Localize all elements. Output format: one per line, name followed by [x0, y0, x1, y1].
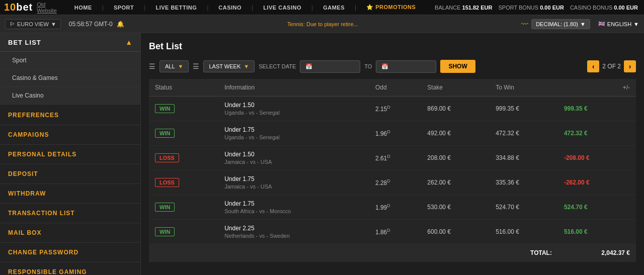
- bet-name: Under 1.50: [224, 102, 363, 109]
- top-navbar: 10bet Old Website HOME | SPORT | LIVE BE…: [0, 0, 644, 15]
- status-badge: WIN: [155, 129, 175, 138]
- odd-value: 1.96: [375, 130, 387, 137]
- info-cell: Under 1.75 Uganda - vs - Senegal: [218, 121, 369, 146]
- status-badge: LOSS: [155, 178, 179, 187]
- sidebar-item-preferences[interactable]: PREFERENCES: [0, 106, 140, 125]
- all-filter-label: ALL: [165, 63, 175, 69]
- towin-cell: 516.00 €: [490, 220, 558, 244]
- date-from-input[interactable]: 📅: [300, 60, 360, 73]
- nav-promotions[interactable]: ⭐ PROMOTIONS: [366, 4, 416, 11]
- sidebar-item-responsible-gaming[interactable]: RESPONSIBLE GAMING: [0, 262, 140, 275]
- status-cell: LOSS: [149, 146, 218, 170]
- plusminus-cell: -262.00 €: [558, 170, 636, 195]
- nav-home[interactable]: HOME: [74, 5, 92, 11]
- stake-cell: 262.00 €: [421, 170, 490, 195]
- plusminus-cell: 472.32 €: [558, 121, 636, 146]
- main-layout: BET LIST ▲ Sport Casino & Games Live Cas…: [0, 33, 644, 275]
- towin-cell: 334.88 €: [490, 146, 558, 170]
- sidebar-item-change-password[interactable]: CHANGE PASSWORD: [0, 243, 140, 262]
- euro-view-selector[interactable]: 🏳 EURO VIEW ▼: [5, 19, 61, 29]
- stake-value: 208.00 €: [427, 154, 451, 161]
- sidebar-header: BET LIST ▲: [0, 33, 140, 52]
- total-row: TOTAL: 2,042.37 €: [149, 244, 636, 262]
- sidebar-item-deposit[interactable]: DEPOSIT: [0, 164, 140, 184]
- sidebar-item-transaction-list[interactable]: TRANSACTION LIST: [0, 204, 140, 223]
- sidebar: BET LIST ▲ Sport Casino & Games Live Cas…: [0, 33, 141, 275]
- logo: 10bet: [4, 2, 33, 13]
- old-website-link[interactable]: Old Website: [37, 2, 57, 14]
- bet-table: Status Information Odd Stake To Win +/- …: [149, 79, 636, 262]
- odd-cell: 1.96D: [369, 121, 421, 146]
- odd-value: 1.86: [375, 229, 387, 236]
- date-to-input[interactable]: 📅: [376, 60, 436, 73]
- euro-view-label: EURO VIEW: [17, 21, 49, 27]
- nav-live-casino[interactable]: LIVE CASINO: [263, 5, 301, 11]
- filter-bar: ☰ ALL ▼ ☰ LAST WEEK ▼ SELECT DATE 📅 TO 📅…: [149, 60, 636, 73]
- col-information: Information: [218, 79, 369, 97]
- plusminus-cell: 516.00 €: [558, 220, 636, 244]
- odd-sup: D: [387, 129, 390, 134]
- sidebar-item-mail-box[interactable]: MAIL BOX: [0, 223, 140, 243]
- sidebar-item-withdraw[interactable]: WITHDRAW: [0, 184, 140, 204]
- sidebar-item-live-casino[interactable]: Live Casino: [0, 87, 140, 105]
- bell-icon[interactable]: 🔔: [117, 21, 124, 28]
- sidebar-item-casino-games[interactable]: Casino & Games: [0, 69, 140, 87]
- nav-live-betting[interactable]: LIVE BETTING: [155, 5, 197, 11]
- odd-sup: D: [387, 154, 390, 159]
- towin-value: 472.32 €: [496, 130, 519, 137]
- match-info: Jamaica - vs - USA: [224, 159, 363, 165]
- info-cell: Under 1.50 Jamaica - vs - USA: [218, 146, 369, 170]
- towin-value: 334.88 €: [496, 154, 519, 161]
- stake-cell: 492.00 €: [421, 121, 490, 146]
- towin-value: 524.70 €: [496, 204, 519, 211]
- odd-sup: D: [387, 105, 390, 110]
- nav-games[interactable]: GAMES: [323, 5, 345, 11]
- sidebar-item-sport[interactable]: Sport: [0, 52, 140, 69]
- nav-casino[interactable]: CASINO: [218, 5, 242, 11]
- decimal-button[interactable]: DECIMAL: (1.80) ▼: [531, 19, 590, 29]
- col-odd: Odd: [369, 79, 421, 97]
- page-info: 2 OF 2: [602, 63, 621, 70]
- col-status: Status: [149, 79, 218, 97]
- chevron-down-icon-lang: ▼: [633, 21, 639, 27]
- odd-sup: D: [387, 203, 390, 208]
- plusminus-value: -262.00 €: [564, 179, 590, 186]
- sidebar-item-personal-details[interactable]: PERSONAL DETAILS: [0, 145, 140, 164]
- stake-cell: 530.00 €: [421, 195, 490, 220]
- odd-value: 2.28: [375, 179, 387, 187]
- towin-value: 516.00 €: [496, 228, 519, 235]
- nav-sport[interactable]: SPORT: [114, 5, 134, 11]
- nav-links: HOME | SPORT | LIVE BETTING | CASINO | L…: [55, 4, 435, 11]
- bet-name: Under 1.50: [224, 151, 363, 158]
- bet-name: Under 2.25: [224, 225, 363, 232]
- second-navbar: 🏳 EURO VIEW ▼ 05:58:57 GMT-0 🔔 Tennis: D…: [0, 15, 644, 33]
- decimal-label: DECIMAL: (1.80): [536, 21, 578, 27]
- status-cell: WIN: [149, 220, 218, 244]
- stake-cell: 600.00 €: [421, 220, 490, 244]
- sidebar-item-campaigns[interactable]: CAMPAIGNS: [0, 125, 140, 145]
- chevron-down-icon-period: ▼: [244, 63, 249, 69]
- language-selector[interactable]: 🇬🇧 ENGLISH ▼: [598, 21, 639, 27]
- casino-bonus-label: CASINO BONUS 0.00 EUR: [570, 5, 638, 11]
- total-value: 2,042.37 €: [558, 244, 636, 262]
- time-display: 05:58:57 GMT-0: [69, 21, 113, 28]
- stake-cell: 208.00 €: [421, 146, 490, 170]
- next-page-button[interactable]: ›: [624, 60, 636, 72]
- chevron-down-icon-decimal: ▼: [580, 21, 586, 27]
- prev-page-button[interactable]: ‹: [587, 60, 599, 72]
- info-cell: Under 1.75 South Africa - vs - Morocco: [218, 195, 369, 220]
- sport-bonus-amount: 0.00 EUR: [540, 5, 564, 11]
- show-button[interactable]: SHOW: [440, 60, 475, 73]
- sidebar-toggle-icon[interactable]: ▲: [125, 38, 132, 46]
- decimal-selector: 〰 DECIMAL: (1.80) ▼: [521, 19, 590, 29]
- period-filter-select[interactable]: LAST WEEK ▼: [203, 60, 255, 72]
- all-filter-select[interactable]: ALL ▼: [159, 60, 189, 72]
- towin-value: 335.36 €: [496, 179, 519, 186]
- plusminus-cell: 524.70 €: [558, 195, 636, 220]
- status-cell: WIN: [149, 97, 218, 121]
- calendar-icon-from: 📅: [305, 63, 312, 70]
- balance-amount: 151.82 EUR: [462, 5, 493, 11]
- towin-cell: 472.32 €: [490, 121, 558, 146]
- chevron-down-icon-all: ▼: [178, 63, 184, 69]
- info-cell: Under 1.50 Uganda - vs - Senegal: [218, 97, 369, 121]
